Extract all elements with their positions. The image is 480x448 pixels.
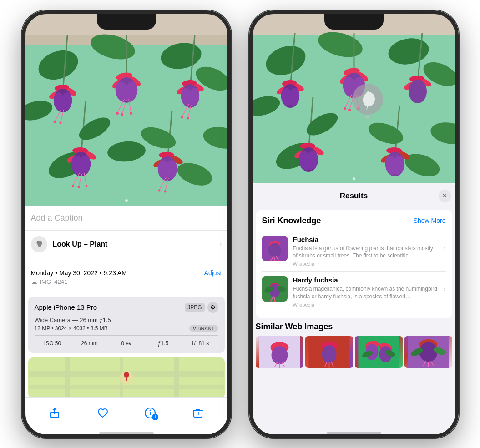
- svg-point-46: [187, 117, 189, 119]
- info-badge: i: [152, 414, 158, 420]
- notch2: [324, 14, 384, 30]
- svg-point-35: [59, 121, 61, 124]
- close-button[interactable]: ✕: [439, 190, 451, 202]
- results-header: Results ✕: [249, 183, 459, 206]
- svg-point-82: [124, 372, 129, 378]
- cloud-icon: ☁: [31, 278, 37, 286]
- svg-point-151: [353, 177, 355, 180]
- svg-point-70: [164, 190, 166, 192]
- camera-info: Apple iPhone 13 Pro JPEG ⚙ Wide Camera —…: [28, 297, 225, 353]
- lens-info: Wide Camera — 26 mm ƒ1.5: [35, 317, 218, 323]
- svg-rect-80: [29, 385, 224, 389]
- fuchsia-thumbnail: [262, 236, 288, 261]
- caption-input[interactable]: Add a Caption: [31, 213, 83, 222]
- svg-point-57: [71, 185, 74, 187]
- siri-knowledge-section: Siri Knowledge Show More: [256, 210, 452, 318]
- ev-stat: 0 ev: [108, 339, 145, 347]
- knowledge-item-fuchsia[interactable]: Fuchsia Fuchsia is a genus of flowering …: [262, 231, 446, 272]
- photo-date: Monday • May 30, 2022 • 9:23 AM: [31, 269, 127, 277]
- lookup-label: Look Up – Plant: [53, 240, 108, 248]
- caption-area[interactable]: Add a Caption: [22, 206, 231, 231]
- camera-model: Apple iPhone 13 Pro: [35, 303, 97, 311]
- svg-point-23: [121, 113, 123, 116]
- file-info: ☁ IMG_4241: [31, 278, 222, 286]
- vibrant-badge: VIBRANT: [189, 325, 218, 332]
- siri-knowledge-title: Siri Knowledge: [262, 216, 321, 226]
- fuchsia-desc: Fuchsia is a genus of flowering plants t…: [293, 245, 438, 260]
- svg-rect-79: [174, 357, 179, 398]
- fuchsia-name: Fuchsia: [293, 236, 438, 243]
- right-phone: Results ✕ Siri Knowledge Show More: [249, 10, 459, 438]
- svg-point-154: [268, 243, 281, 257]
- shutter-stat: 1/181 s: [182, 339, 218, 347]
- svg-point-74: [125, 199, 128, 202]
- svg-point-150: [366, 115, 369, 119]
- svg-point-117: [344, 107, 346, 110]
- photo-display: [22, 10, 231, 206]
- share-button[interactable]: [45, 403, 65, 423]
- iso-stat: ISO 50: [35, 339, 71, 347]
- similar-images-grid: [256, 336, 452, 368]
- svg-point-166: [270, 300, 272, 302]
- similar-image-2[interactable]: [305, 336, 353, 368]
- svg-rect-89: [194, 410, 202, 417]
- lookup-row[interactable]: Look Up – Plant ›: [22, 231, 231, 258]
- hardy-fuchsia-desc: Fuchsia magellanica, commonly known as t…: [293, 285, 438, 301]
- similar-image-3[interactable]: [355, 336, 403, 368]
- left-phone: Add a Caption Look Up – Plant › Mon: [22, 10, 231, 438]
- fuchsia-source: Wikipedia: [293, 261, 438, 267]
- svg-point-69: [158, 189, 160, 191]
- svg-rect-77: [65, 357, 70, 398]
- specs-info: 12 MP • 3024 × 4032 • 3.5 MB: [35, 325, 108, 332]
- similar-images-title: Similar Web Images: [256, 322, 452, 332]
- show-more-button[interactable]: Show More: [414, 217, 446, 224]
- lookup-icon: [31, 236, 47, 252]
- focal-stat: 26 mm: [71, 339, 108, 347]
- hardy-fuchsia-source: Wikipedia: [293, 302, 438, 307]
- right-screen: Results ✕ Siri Knowledge Show More: [249, 10, 459, 438]
- svg-point-45: [181, 116, 183, 118]
- delete-button[interactable]: [188, 403, 208, 423]
- photo-display-2: [249, 10, 459, 183]
- left-screen: Add a Caption Look Up – Plant › Mon: [22, 10, 231, 438]
- home-indicator: [99, 432, 154, 434]
- knowledge-item-hardy-fuchsia[interactable]: Hardy fuchsia Fuchsia magellanica, commo…: [262, 272, 446, 312]
- format-badge: JPEG: [185, 303, 204, 312]
- fuchsia-chevron-icon: ›: [444, 245, 446, 252]
- info-button[interactable]: i: [140, 403, 160, 423]
- svg-point-88: [150, 410, 151, 411]
- aperture-stat: ƒ1.5: [145, 339, 182, 347]
- svg-point-24: [130, 112, 132, 115]
- results-panel: Results ✕ Siri Knowledge Show More: [249, 183, 459, 438]
- similar-web-images-section: Similar Web Images: [256, 322, 452, 368]
- hardy-fuchsia-thumbnail: [262, 276, 288, 302]
- home-indicator-2: [327, 432, 381, 434]
- svg-point-178: [322, 345, 336, 363]
- similar-image-1[interactable]: [256, 336, 303, 368]
- lookup-chevron-icon: ›: [220, 241, 222, 248]
- notch: [97, 14, 156, 30]
- photo-metadata: Monday • May 30, 2022 • 9:23 AM Adjust ☁…: [22, 263, 231, 292]
- map-preview[interactable]: [28, 357, 225, 398]
- svg-point-59: [85, 185, 87, 187]
- results-title: Results: [269, 191, 439, 201]
- svg-point-131: [409, 80, 427, 103]
- svg-point-34: [53, 121, 56, 123]
- similar-image-4[interactable]: [404, 336, 452, 368]
- svg-point-118: [348, 109, 351, 111]
- settings-icon[interactable]: ⚙: [207, 302, 218, 313]
- svg-point-172: [271, 346, 288, 364]
- adjust-button[interactable]: Adjust: [204, 269, 222, 277]
- svg-point-22: [116, 112, 119, 115]
- favorite-button[interactable]: [92, 403, 112, 423]
- hardy-fuchsia-name: Hardy fuchsia: [293, 276, 438, 284]
- svg-point-58: [77, 186, 80, 188]
- hardy-fuchsia-chevron-icon: ›: [444, 285, 446, 292]
